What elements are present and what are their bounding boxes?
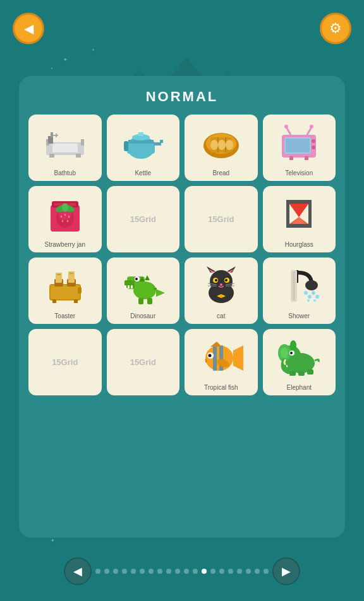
page-dot-18[interactable]: [246, 569, 251, 574]
page-dot-19[interactable]: [255, 569, 260, 574]
cell-strawberry-jam[interactable]: Strawberry jan: [28, 186, 102, 252]
page-dot-14[interactable]: [210, 569, 215, 574]
tropical-fish-label: Tropical fish: [204, 384, 238, 392]
page-dot-17[interactable]: [237, 569, 242, 574]
page-dot-7[interactable]: [149, 569, 154, 574]
svg-point-133: [290, 340, 296, 350]
svg-point-105: [220, 295, 222, 297]
bathtub-svg: [43, 123, 87, 161]
bread-label: Bread: [212, 170, 229, 177]
tropical-fish-svg: [199, 338, 243, 376]
svg-rect-50: [64, 214, 66, 216]
svg-rect-84: [138, 298, 143, 304]
cell-locked-1[interactable]: 15Grid: [107, 186, 180, 252]
cell-hourglass[interactable]: Hourglass: [263, 186, 336, 252]
page-dot-6[interactable]: [140, 569, 145, 574]
cell-shower[interactable]: Shower: [263, 257, 336, 324]
strawberry-jam-svg: [43, 195, 87, 233]
next-page-button[interactable]: ▶: [272, 557, 300, 585]
cell-dinosaur[interactable]: Dinosaur: [107, 257, 180, 324]
page-dot-4[interactable]: [122, 569, 127, 574]
page-dot-10[interactable]: [175, 569, 180, 574]
hourglass-icon: [266, 189, 333, 239]
cat-svg: [199, 266, 243, 304]
locked-3-text: 15Grid: [52, 357, 78, 367]
cat-label: cat: [217, 313, 225, 320]
locked-1-text: 15Grid: [130, 214, 156, 224]
settings-button[interactable]: [320, 13, 351, 44]
svg-rect-80: [131, 285, 133, 288]
svg-rect-53: [67, 220, 68, 222]
cell-cat[interactable]: cat: [185, 257, 258, 324]
pagination: ◀ ▶: [0, 557, 364, 585]
svg-rect-71: [74, 299, 78, 303]
page-dot-2[interactable]: [104, 569, 109, 574]
svg-rect-132: [307, 369, 313, 375]
page-dot-20[interactable]: [264, 569, 269, 574]
shower-icon: [266, 261, 333, 310]
kettle-label: Kettle: [135, 170, 151, 177]
cell-bread[interactable]: Bread: [185, 115, 258, 181]
svg-rect-32: [286, 139, 310, 152]
cell-toaster[interactable]: Toaster: [28, 257, 102, 324]
svg-point-110: [312, 291, 315, 295]
main-panel: NORMAL Bathtub: [19, 76, 345, 538]
page-dot-3[interactable]: [113, 569, 118, 574]
svg-point-36: [310, 125, 313, 128]
cell-tropical-fish[interactable]: Tropical fish: [185, 329, 258, 395]
cell-elephant[interactable]: Elephant: [263, 329, 336, 395]
cell-television[interactable]: Television: [263, 115, 336, 181]
cell-locked-4[interactable]: 15Grid: [107, 329, 180, 395]
svg-rect-5: [81, 139, 84, 146]
kettle-svg: [121, 123, 165, 161]
toaster-icon: [32, 261, 99, 310]
dinosaur-label: Dinosaur: [130, 313, 155, 320]
svg-rect-117: [213, 345, 217, 371]
television-label: Television: [285, 170, 313, 177]
svg-rect-12: [53, 135, 58, 136]
svg-rect-18: [124, 141, 128, 151]
page-dot-13[interactable]: [202, 569, 207, 574]
svg-rect-78: [124, 285, 126, 288]
svg-point-127: [281, 347, 288, 359]
svg-rect-69: [70, 273, 73, 274]
cell-kettle[interactable]: Kettle: [107, 115, 180, 181]
svg-rect-72: [78, 287, 82, 294]
page-dot-16[interactable]: [228, 569, 233, 574]
page-dot-15[interactable]: [219, 569, 224, 574]
prev-page-button[interactable]: ◀: [64, 557, 92, 585]
elephant-label: Elephant: [287, 384, 312, 392]
locked-2-icon: 15Grid: [188, 189, 255, 249]
svg-point-96: [215, 279, 217, 282]
svg-rect-17: [160, 140, 163, 143]
page-dot-5[interactable]: [131, 569, 136, 574]
locked-1-icon: 15Grid: [110, 189, 177, 249]
svg-rect-68: [57, 274, 61, 275]
svg-marker-119: [233, 345, 243, 371]
page-dot-1[interactable]: [95, 569, 100, 574]
cell-locked-2[interactable]: 15Grid: [185, 186, 258, 252]
page-dot-8[interactable]: [157, 569, 162, 574]
svg-rect-57: [308, 200, 312, 228]
svg-point-113: [313, 299, 316, 302]
svg-rect-131: [298, 371, 305, 376]
svg-rect-51: [68, 216, 70, 218]
svg-point-98: [220, 283, 222, 286]
svg-rect-79: [128, 285, 130, 288]
svg-point-107: [305, 280, 318, 290]
toaster-svg: [43, 266, 87, 304]
elephant-svg: [277, 338, 321, 376]
svg-point-77: [135, 278, 138, 280]
svg-rect-7: [51, 132, 53, 137]
cell-locked-3[interactable]: 15Grid: [28, 329, 102, 395]
svg-rect-10: [76, 154, 81, 158]
page-dot-9[interactable]: [166, 569, 171, 574]
back-button[interactable]: [13, 13, 44, 44]
svg-point-111: [315, 295, 319, 299]
svg-point-112: [307, 299, 310, 302]
panel-title: NORMAL: [28, 89, 336, 105]
page-dot-11[interactable]: [184, 569, 189, 574]
page-dot-12[interactable]: [193, 569, 198, 574]
locked-4-text: 15Grid: [130, 357, 156, 367]
cell-bathtub[interactable]: Bathtub: [28, 115, 102, 181]
